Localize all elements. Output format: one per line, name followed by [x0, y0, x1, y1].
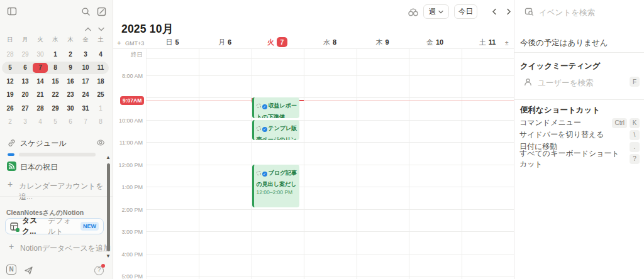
- day-header-weekday: 水: [323, 38, 330, 47]
- day-header-date: 5: [175, 38, 179, 46]
- shortcut-key-badge: \: [630, 130, 640, 140]
- today-button[interactable]: 今日: [454, 4, 477, 19]
- mini-cal-day[interactable]: 3: [18, 118, 33, 125]
- mini-cal-next-icon[interactable]: [97, 25, 106, 33]
- mini-cal-day[interactable]: 5: [48, 118, 63, 125]
- day-header[interactable]: 水8: [304, 37, 356, 47]
- mini-cal-day[interactable]: 11: [93, 64, 108, 71]
- mini-cal-day[interactable]: 2: [63, 51, 78, 58]
- loading-skeleton-bar: [19, 153, 96, 156]
- compose-icon[interactable]: [95, 5, 108, 18]
- panel-divider: [514, 52, 644, 53]
- user-search-input[interactable]: ユーザーを検索: [538, 78, 593, 89]
- shortcut-label[interactable]: すべてのキーボードショートカット: [519, 148, 627, 170]
- mini-cal-today[interactable]: 7: [33, 63, 48, 73]
- send-icon[interactable]: [23, 265, 34, 276]
- expand-columns-icon[interactable]: ±: [505, 40, 509, 46]
- binoculars-icon[interactable]: [406, 4, 421, 19]
- mini-cal-day[interactable]: 13: [18, 78, 33, 85]
- mini-cal-day[interactable]: 6: [63, 118, 78, 125]
- sidebar-toggle-icon[interactable]: [6, 5, 18, 18]
- mini-cal-day[interactable]: 8: [93, 118, 108, 125]
- notion-logo-icon[interactable]: N: [6, 265, 16, 275]
- mini-calendar-week-row: 567891011: [3, 61, 108, 74]
- mini-cal-day[interactable]: 15: [48, 78, 63, 85]
- mini-cal-day[interactable]: 8: [48, 64, 63, 71]
- shortcut-label[interactable]: コマンドメニュー: [519, 118, 609, 128]
- mini-cal-day[interactable]: 30: [33, 51, 48, 58]
- chevron-left-icon[interactable]: [489, 6, 500, 17]
- mini-cal-day[interactable]: 28: [33, 105, 48, 112]
- add-notion-database-button[interactable]: Notionデータベースを追加: [20, 243, 111, 254]
- grid-vertical-line: [199, 48, 199, 279]
- mini-cal-day[interactable]: 1: [93, 105, 108, 112]
- mini-cal-day[interactable]: 5: [3, 64, 18, 71]
- grid-hour-line: [146, 97, 514, 98]
- shortcut-label[interactable]: サイドバーを切り替える: [519, 129, 627, 140]
- mini-cal-day[interactable]: 14: [33, 78, 48, 85]
- day-header[interactable]: 木9: [357, 37, 409, 47]
- database-name: タスク...: [22, 216, 44, 237]
- mini-cal-day[interactable]: 3: [78, 51, 93, 58]
- day-header[interactable]: 月6: [199, 37, 251, 47]
- mini-cal-day[interactable]: 9: [63, 64, 78, 71]
- mini-cal-day[interactable]: 1: [48, 51, 63, 58]
- mini-cal-day[interactable]: 24: [78, 91, 93, 98]
- day-header[interactable]: 日5: [147, 37, 199, 47]
- mini-cal-day[interactable]: 25: [93, 91, 108, 98]
- day-header[interactable]: 金10: [409, 37, 461, 47]
- mini-cal-day[interactable]: 29: [48, 105, 63, 112]
- mini-cal-day[interactable]: 12: [3, 78, 18, 85]
- mini-cal-day[interactable]: 21: [33, 91, 48, 98]
- holiday-calendar-item[interactable]: 日本の祝日: [20, 162, 58, 173]
- mini-cal-day[interactable]: 6: [18, 64, 33, 71]
- chevron-right-icon[interactable]: [503, 6, 514, 17]
- add-event-icon[interactable]: +: [117, 39, 121, 46]
- add-calendar-account-button[interactable]: カレンダーアカウントを追...: [19, 181, 113, 202]
- no-upcoming-events-text: 今後の予定はありません: [520, 38, 608, 48]
- mini-cal-day[interactable]: 19: [3, 91, 18, 98]
- mini-cal-prev-icon[interactable]: [84, 25, 92, 33]
- mini-cal-day[interactable]: 31: [78, 105, 93, 112]
- schedule-section-label[interactable]: スケジュール: [20, 138, 66, 149]
- right-sidebar: イベントを検索 今後の予定はありません クイックミーティング ユーザーを検索 F…: [514, 0, 644, 279]
- search-icon[interactable]: [79, 5, 92, 18]
- eye-icon[interactable]: [96, 138, 106, 148]
- mini-cal-day[interactable]: 7: [78, 118, 93, 125]
- timezone-label[interactable]: GMT+3: [125, 40, 144, 46]
- time-label: 8:00 AM: [114, 73, 143, 79]
- scroll-up-arrow[interactable]: ▲: [106, 155, 111, 160]
- mini-cal-day[interactable]: 17: [78, 78, 93, 85]
- time-label: 11:00 AM: [114, 140, 143, 146]
- mini-cal-day[interactable]: 29: [18, 51, 33, 58]
- mini-cal-day[interactable]: 16: [63, 78, 78, 85]
- mini-cal-day[interactable]: 27: [18, 105, 33, 112]
- day-header-weekday: 土: [479, 38, 486, 47]
- calendar-event[interactable]: ✓収益レポートの下準備9:00–10:00 AM: [252, 97, 299, 118]
- mini-cal-day[interactable]: 4: [33, 118, 48, 125]
- mini-cal-day[interactable]: 26: [3, 105, 18, 112]
- calendar-event[interactable]: ✓テンプレ販売ページのリンク...10:00–11:00 AM: [252, 120, 299, 141]
- day-header-today[interactable]: 火7: [252, 37, 304, 47]
- event-search-input[interactable]: イベントを検索: [539, 8, 595, 18]
- database-item-tasks[interactable]: タスク... デフォルト NEW: [5, 218, 104, 234]
- mini-cal-day[interactable]: 18: [93, 78, 108, 85]
- scroll-down-arrow[interactable]: ▼: [106, 254, 111, 259]
- mini-cal-day[interactable]: 2: [3, 118, 18, 125]
- sidebar-scrollbar[interactable]: [107, 163, 110, 251]
- mini-cal-day[interactable]: 30: [63, 105, 78, 112]
- calendar-color-swatch[interactable]: [8, 153, 14, 156]
- all-day-label: 終日: [114, 51, 143, 59]
- view-selector-dropdown[interactable]: 週: [423, 4, 449, 19]
- mini-cal-day[interactable]: 22: [48, 91, 63, 98]
- mini-cal-day[interactable]: 28: [3, 51, 18, 58]
- grid-vertical-line: [252, 48, 252, 279]
- mini-cal-day[interactable]: 4: [93, 51, 108, 58]
- mini-cal-day[interactable]: 23: [63, 91, 78, 98]
- mini-cal-day[interactable]: 10: [78, 64, 93, 71]
- grid-vertical-line: [462, 48, 462, 279]
- notification-dot: [101, 264, 105, 268]
- calendar-event[interactable]: ✓ブログ記事の見出し案だし12:00–2:00 PM: [252, 165, 299, 207]
- mini-cal-day[interactable]: 20: [18, 91, 33, 98]
- time-label: 1:00 PM: [114, 184, 143, 190]
